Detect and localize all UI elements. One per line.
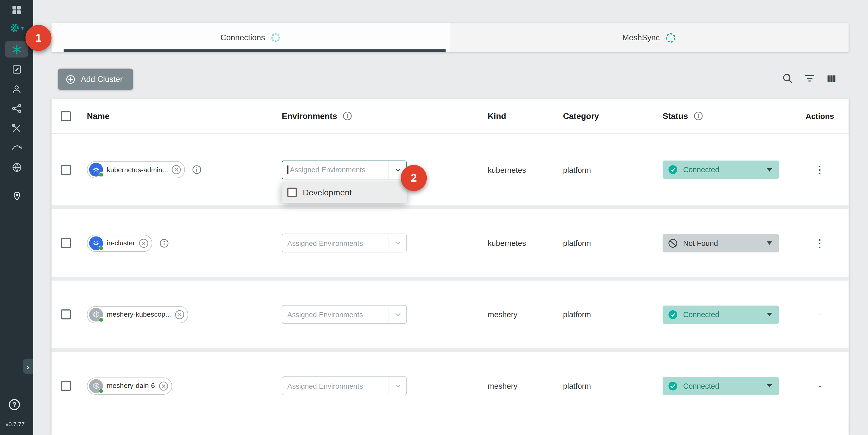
text-cursor (287, 165, 288, 174)
location-pin-icon[interactable] (0, 191, 33, 201)
header-category: Category (563, 111, 599, 121)
status-select[interactable]: Connected (663, 160, 779, 179)
tab-connections[interactable]: Connections (52, 23, 450, 52)
active-tab-indicator (64, 49, 446, 52)
sidebar-collapse-button[interactable]: › (23, 359, 33, 374)
environments-cell: Assigned Environments Development (282, 160, 407, 179)
connection-chip[interactable]: meshery-dain-6 (87, 377, 172, 395)
connection-info-icon[interactable] (192, 164, 202, 175)
row-checkbox[interactable] (61, 309, 71, 319)
filter-icon[interactable] (804, 72, 815, 84)
status-label: Connected (683, 165, 767, 174)
settings-caret-icon: ▾ (21, 25, 24, 31)
connections-table: Name Environments Kind Category Status A… (52, 99, 849, 435)
meshsync-loader-icon (665, 32, 677, 43)
connection-status-dot (99, 172, 103, 177)
pipeline-icon[interactable] (0, 103, 33, 114)
status-select[interactable]: Not Found (663, 234, 779, 252)
table-row: meshery-dain-6 Assigned Environments (52, 348, 849, 420)
kind-value: meshery (488, 310, 517, 319)
connection-chip[interactable]: in-cluster (87, 235, 152, 252)
environments-placeholder: Assigned Environments (287, 239, 389, 247)
status-label: Connected (683, 382, 767, 390)
add-circle-icon (65, 74, 76, 84)
kubernetes-avatar-icon (89, 236, 103, 250)
configuration-icon[interactable] (0, 64, 33, 75)
environments-select[interactable]: Assigned Environments (282, 376, 407, 395)
performance-icon[interactable] (0, 141, 33, 153)
connection-name: in-cluster (107, 239, 135, 247)
help-button[interactable]: ? (9, 399, 20, 410)
kind-value: kubernetes (488, 165, 526, 174)
chevron-down-icon (393, 381, 403, 391)
status-select[interactable]: Connected (663, 377, 779, 395)
row-actions-empty: - (818, 310, 821, 319)
environments-dropdown-menu: Development (282, 182, 407, 203)
chevron-down-icon (393, 238, 403, 248)
connected-check-icon (668, 164, 678, 175)
row-actions-empty: - (818, 381, 821, 390)
tab-meshsync-label: MeshSync (622, 33, 660, 42)
row-checkbox[interactable] (61, 381, 71, 391)
table-toolbar-icons (782, 72, 837, 84)
users-icon[interactable] (0, 84, 33, 95)
environments-placeholder: Assigned Environments (287, 382, 389, 390)
select-chevron-button[interactable] (389, 234, 406, 252)
row-actions-button[interactable]: ⋮ (811, 163, 829, 176)
environments-option[interactable]: Development (282, 182, 407, 203)
connection-status-dot (99, 246, 103, 251)
category-value: platform (563, 310, 591, 319)
status-label: Connected (683, 310, 767, 318)
select-all-checkbox[interactable] (61, 111, 71, 121)
app-version: v0.7.77 (5, 421, 25, 428)
option-checkbox[interactable] (287, 187, 297, 197)
app-root: ▾ › ? v0.7.77 (0, 0, 868, 435)
status-caret-icon (767, 168, 772, 172)
select-chevron-button[interactable] (389, 305, 406, 323)
row-checkbox[interactable] (61, 165, 71, 175)
environments-info-icon[interactable] (342, 111, 352, 121)
environments-select[interactable]: Assigned Environments (282, 160, 407, 179)
status-info-icon[interactable] (693, 111, 703, 121)
environments-select[interactable]: Assigned Environments (282, 305, 407, 324)
connection-chip[interactable]: meshery-kubescop... (87, 306, 188, 323)
environments-select[interactable]: Assigned Environments (282, 234, 407, 252)
status-caret-icon (767, 384, 772, 387)
tab-meshsync[interactable]: MeshSync (450, 23, 849, 52)
lifecycle-icon (11, 43, 22, 55)
table-row: meshery-kubescop... Assigned Environment… (52, 277, 849, 348)
question-icon: ? (12, 401, 17, 408)
connection-info-icon[interactable] (159, 238, 169, 248)
chip-delete-icon[interactable] (171, 164, 182, 175)
extensions-icon[interactable] (0, 161, 33, 173)
sidebar-item-lifecycle[interactable] (5, 41, 28, 58)
environments-cell: Assigned Environments (282, 305, 407, 324)
chip-delete-icon[interactable] (174, 309, 185, 319)
row-actions-button[interactable]: ⋮ (811, 237, 829, 249)
add-cluster-button[interactable]: Add Cluster (58, 69, 133, 90)
chevron-right-icon: › (27, 362, 29, 371)
header-status: Status (663, 111, 688, 121)
view-columns-icon[interactable] (826, 73, 837, 84)
meshery-avatar-icon (89, 379, 103, 393)
dashboard-icon[interactable] (0, 4, 33, 15)
connection-chip[interactable]: kubernetes-admin... (87, 161, 185, 178)
header-kind: Kind (488, 111, 506, 121)
not-found-icon (668, 238, 678, 248)
header-actions: Actions (806, 112, 834, 120)
table-header-row: Name Environments Kind Category Status A… (52, 99, 849, 134)
status-select[interactable]: Connected (663, 305, 779, 323)
search-icon[interactable] (782, 72, 793, 84)
chip-delete-icon[interactable] (138, 238, 149, 248)
chip-delete-icon[interactable] (158, 381, 168, 391)
connection-status-dot (99, 317, 103, 322)
environments-cell: Assigned Environments (282, 234, 407, 252)
add-cluster-label: Add Cluster (81, 75, 123, 84)
row-checkbox[interactable] (61, 238, 71, 248)
toolkit-icon[interactable] (0, 123, 33, 134)
tab-connections-label: Connections (220, 33, 265, 42)
select-chevron-button[interactable] (389, 377, 406, 395)
connection-name: kubernetes-admin... (107, 166, 168, 174)
environments-placeholder: Assigned Environments (287, 310, 389, 318)
category-value: platform (563, 165, 591, 174)
